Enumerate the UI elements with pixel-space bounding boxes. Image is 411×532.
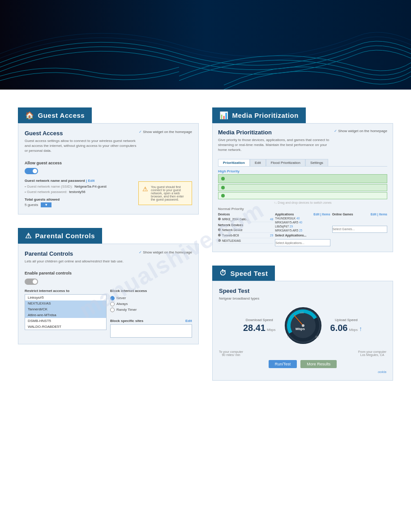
- svg-text:100: 100: [300, 311, 304, 314]
- radio-always-dot: [110, 302, 115, 306]
- download-block: Download Speed 28.41 Mbps: [243, 318, 276, 333]
- gauge-svg: 0 100 200 Mbps: [283, 305, 323, 346]
- media-badge: 📊 Media Prioritization: [212, 107, 306, 123]
- network-name-label: • Guest network name (SSID):: [25, 184, 73, 189]
- network-devices-label: Network Devices: [218, 223, 273, 227]
- games-header-row: Online Games Edit | Items: [332, 213, 387, 216]
- network-name-value: Netgear5a-Frl-guest: [74, 184, 107, 189]
- high-priority-label: High Priority: [218, 169, 387, 173]
- radio-timer-label: Randy Timer: [116, 308, 137, 312]
- download-value: 28.41: [243, 323, 265, 333]
- device-item-7[interactable]: Destiny's laptop: [25, 330, 106, 330]
- svg-text:200: 200: [315, 335, 319, 338]
- upload-value: 6.06: [330, 323, 348, 333]
- download-info-block: To your computer 90 miles/ min: [219, 350, 243, 356]
- device-name-1: MRKE_2004 Gallo...: [222, 218, 248, 221]
- run-test-button[interactable]: Run/Test: [269, 360, 297, 368]
- svg-rect-0: [0, 0, 411, 90]
- parental-icon: ⚠: [25, 232, 32, 240]
- parental-panel: Parental Controls Lets all your children…: [18, 244, 199, 344]
- speed-badge-label: Speed Test: [231, 270, 268, 277]
- media-panel: Media Prioritization Give priority to th…: [212, 123, 393, 252]
- guests-stepper[interactable]: ▼: [41, 202, 51, 207]
- right-column: 📊 Media Prioritization Media Prioritizat…: [212, 107, 393, 381]
- games-column: Online Games Edit | Items: [332, 213, 387, 247]
- guest-warning-box: ⚠ You guest should first connect to your…: [138, 181, 192, 205]
- media-tabs: Prioritization Edit Flood Prioritization…: [218, 159, 387, 167]
- refresh-icon[interactable]: ↑: [359, 325, 362, 332]
- svg-text:Mbps: Mbps: [295, 327, 305, 331]
- tab-settings[interactable]: Settings: [305, 159, 328, 166]
- apps-app-3: L8b5sjPd7 29: [275, 225, 330, 228]
- block-specific-row: Block specific sites Edit: [110, 319, 192, 323]
- allow-guest-label: Allow guest access: [25, 161, 192, 165]
- radio-always[interactable]: Always: [110, 302, 192, 306]
- device-item-4[interactable]: Attire-wre-MTrdsa: [25, 312, 106, 318]
- block-edit-link[interactable]: Edit: [185, 319, 192, 323]
- guest-access-panel: Guest Access Guest access settings allow…: [18, 123, 199, 215]
- tab-edit[interactable]: Edit: [250, 159, 266, 166]
- device-dot-1: [218, 218, 221, 220]
- parental-badge: ⚠ Parental Controls: [18, 228, 102, 244]
- radio-never-dot: [110, 296, 115, 300]
- upload-unit: Mbps: [349, 328, 358, 332]
- guest-show-widget: ✓ Show widget on the homepage: [139, 130, 192, 134]
- features-grid: 🏠 Guest Access Guest Access Guest access…: [18, 107, 393, 381]
- device-item-5[interactable]: DSMB-HNST5: [25, 318, 106, 324]
- parental-toggle[interactable]: [25, 279, 38, 285]
- upload-info: From your computer: [358, 350, 386, 353]
- device-name-3: Tveweb-BC8: [222, 234, 239, 237]
- radio-never[interactable]: Never: [110, 296, 192, 300]
- more-results-button[interactable]: More Results: [300, 360, 337, 368]
- games-select-input[interactable]: [332, 226, 387, 233]
- device-item-2[interactable]: NEXTLEXI/AS: [25, 300, 106, 306]
- radio-timer[interactable]: Randy Timer: [110, 308, 192, 312]
- parental-badge-label: Parental Controls: [35, 232, 95, 240]
- device-item-1[interactable]: Linksys#5: [25, 295, 106, 300]
- device-row-4: NEXTLEXI/AS: [218, 238, 273, 244]
- high-priority-bar: [218, 174, 387, 183]
- apps-edit-link[interactable]: Edit | Items: [313, 213, 330, 216]
- speed-buttons: Run/Test More Results: [219, 360, 386, 368]
- media-prioritization-section: 📊 Media Prioritization Media Prioritizat…: [212, 107, 393, 252]
- guest-access-section: 🏠 Guest Access Guest Access Guest access…: [18, 107, 199, 215]
- speed-subtitle: Netgear broadband types: [219, 296, 386, 301]
- download-label: Download Speed: [243, 318, 276, 322]
- guest-warning-text: You guest should first connect to your g…: [151, 185, 188, 201]
- tab-prioritization[interactable]: Prioritization: [218, 159, 250, 166]
- drag-drop-note: ↑↓ Drag and drop devices to switch zones: [218, 201, 387, 204]
- apps-header: Applications: [275, 213, 294, 216]
- speed-badge: ⏱ Speed Test: [212, 266, 275, 281]
- media-badge-label: Media Prioritization: [232, 112, 299, 119]
- guest-panel-subtitle: Guest access settings allow to connect t…: [25, 138, 139, 154]
- tab-flood[interactable]: Flood Prioritization: [266, 159, 305, 166]
- guest-access-toggle[interactable]: [25, 168, 38, 174]
- media-subtitle: Give priority to those devices, applicat…: [218, 137, 334, 153]
- block-sites-area[interactable]: [110, 324, 192, 338]
- device-speed-1: 48: [270, 218, 273, 221]
- games-header: Online Games: [332, 213, 353, 216]
- edit-credentials-link[interactable]: | Edit: [86, 179, 95, 183]
- apps-app-1: THUNDERSILK 40: [275, 217, 330, 220]
- devices-list[interactable]: Linksys#5 NEXTLEXI/AS Tannerdi/CK Attire…: [25, 294, 107, 330]
- device-dot-3: [218, 234, 221, 236]
- speed-panel: Speed Test Netgear broadband types Downl…: [212, 281, 393, 381]
- network-credentials-label: Guest network name and password: [25, 179, 85, 183]
- svg-text:0: 0: [287, 335, 289, 338]
- hero-banner: [0, 0, 411, 90]
- network-password-value: testonly56: [69, 190, 85, 194]
- download-unit: Mbps: [267, 328, 276, 332]
- network-name-row: • Guest network name (SSID): Netgear5a-F…: [25, 184, 134, 189]
- apps-column: Applications Edit | Items THUNDERSILK 40…: [275, 213, 330, 247]
- network-password-label: • Guest network password:: [25, 190, 67, 194]
- device-item-3[interactable]: Tannerdi/CK: [25, 306, 106, 312]
- upload-sublabel: Los Megules, CA: [358, 353, 386, 356]
- download-value-row: 28.41 Mbps: [243, 323, 276, 333]
- apps-select-input[interactable]: [275, 239, 330, 246]
- device-item-6[interactable]: WALDO-ROABDE5T: [25, 324, 106, 330]
- total-guests-label: Total guests allowed: [25, 197, 134, 202]
- games-edit-link[interactable]: Edit | Items: [371, 213, 387, 216]
- device-name-2: Network Device: [222, 228, 243, 232]
- apps-header-row: Applications Edit | Items: [275, 213, 330, 216]
- parental-controls-grid: Restrict internet access to Linksys#5 NE…: [25, 289, 192, 338]
